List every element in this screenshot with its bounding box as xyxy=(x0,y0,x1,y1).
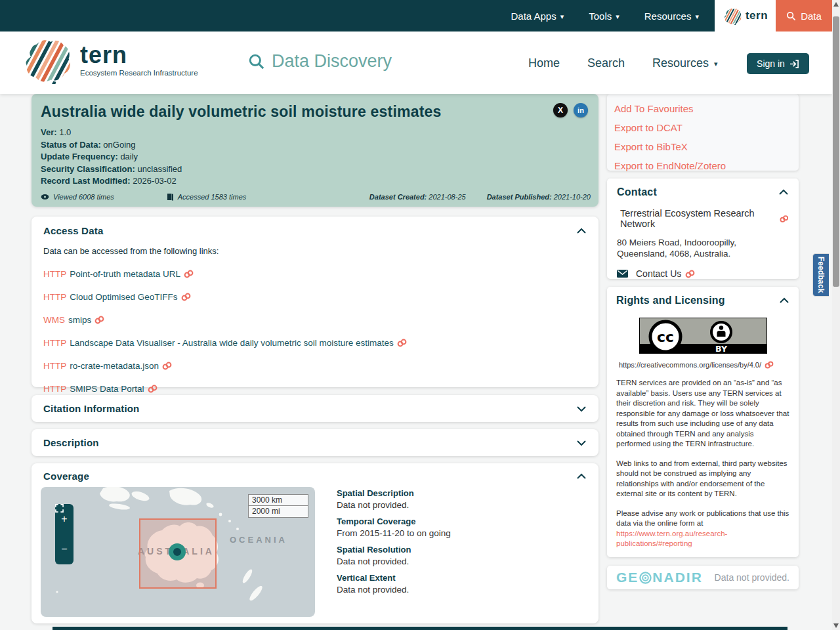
license-url-link[interactable]: https://creativecommons.org/licenses/by/… xyxy=(616,361,789,369)
accessed-count: Accessed 1583 times xyxy=(167,193,247,201)
cc-by-label: BY xyxy=(715,344,728,354)
dataset-title: Australia wide daily volumetric soil moi… xyxy=(41,103,589,121)
chevron-up-icon[interactable] xyxy=(779,297,789,304)
access-link-landscape-visualiser[interactable]: HTTP Landscape Data Visualiser - Austral… xyxy=(43,338,587,348)
fullscreen-icon[interactable] xyxy=(55,504,64,513)
rights-disclaimer-1: TERN services are provided on an “as-is”… xyxy=(616,378,789,450)
rights-section: Rights and Licensing cc BY https://creat… xyxy=(607,287,799,557)
map-marker[interactable] xyxy=(169,543,186,560)
zoom-out-button[interactable]: − xyxy=(61,544,67,555)
temporal-coverage-label: Temporal Coverage xyxy=(337,516,579,526)
chevron-down-icon[interactable] xyxy=(576,406,587,412)
search-icon xyxy=(248,53,265,70)
nav-resources[interactable]: Resources▾ xyxy=(652,56,718,70)
map-scale-control: 3000 km 2000 mi xyxy=(248,494,308,518)
map-label-oceania: OCEANIA xyxy=(230,535,287,545)
contact-org-link[interactable]: Terrestrial Ecosystem Research Network xyxy=(620,208,789,229)
temporal-coverage-value: From 2015-11-20 to on going xyxy=(337,528,579,538)
scale-mi: 2000 mi xyxy=(248,506,308,518)
rights-disclaimer-2: Web links to and from external, third pa… xyxy=(616,459,789,499)
access-link-pot-metadata[interactable]: HTTP Point-of-truth metadata URL xyxy=(43,269,587,279)
site-header: tern Ecosystem Research Infrastructure D… xyxy=(0,32,832,94)
geonadir-status: Data not provided. xyxy=(715,572,789,583)
description-section[interactable]: Description xyxy=(32,429,598,456)
chevron-up-icon[interactable] xyxy=(778,189,789,196)
geonadir-target-icon xyxy=(639,572,652,584)
tern-logo[interactable]: tern Ecosystem Research Infrastructure xyxy=(20,37,198,84)
caret-down-icon: ▾ xyxy=(695,12,699,21)
citation-title: Citation Information xyxy=(43,403,140,414)
reporting-form-link[interactable]: https://www.tern.org.au/research-publica… xyxy=(616,530,727,548)
nav-search[interactable]: Search xyxy=(587,56,625,70)
access-data-title: Access Data xyxy=(43,225,103,236)
meta-version: Ver: 1.0 xyxy=(41,127,589,139)
topnav-item-data-apps[interactable]: Data Apps▾ xyxy=(511,10,564,22)
chevron-up-icon[interactable] xyxy=(576,228,587,234)
sign-in-button[interactable]: Sign in xyxy=(747,53,809,74)
topnav-links: Data Apps▾ Tools▾ Resources▾ xyxy=(511,0,699,32)
share-linkedin-button[interactable]: in xyxy=(574,103,588,117)
tern-logo-icon xyxy=(723,7,742,25)
topnav-tern-home-tab[interactable]: tern xyxy=(715,0,776,32)
envelope-icon xyxy=(617,270,628,278)
geonadir-logo: GE NADIR xyxy=(616,570,703,585)
topnav-data-button[interactable]: Data xyxy=(776,0,832,32)
dataset-dates: Dataset Created: 2021-08-25 Dataset Publ… xyxy=(369,193,591,201)
tern-wordmark: tern Ecosystem Research Infrastructure xyxy=(80,44,198,77)
scrollbar-up-arrow[interactable] xyxy=(833,2,839,7)
contact-us-link[interactable]: Contact Us xyxy=(617,268,789,279)
cc-by-license-badge[interactable]: cc BY xyxy=(639,318,767,354)
access-link-wms-smips[interactable]: WMS smips xyxy=(43,315,587,325)
export-dcat-link[interactable]: Export to DCAT xyxy=(607,118,799,137)
topnav-tern-wordmark: tern xyxy=(746,9,768,22)
meta-status: Status of Data: onGoing xyxy=(41,139,589,152)
chevron-up-icon[interactable] xyxy=(576,473,587,480)
dataset-created: Dataset Created: 2021-08-25 xyxy=(369,193,466,201)
link-icon xyxy=(162,362,172,370)
meta-update-frequency: Update Frequency: daily xyxy=(41,151,589,163)
zoom-in-button[interactable]: + xyxy=(61,514,67,524)
access-link-ro-crate[interactable]: HTTP ro-crate-metadata.json xyxy=(43,361,587,371)
meta-last-modified: Record Last Modified: 2026-03-02 xyxy=(41,175,589,188)
link-icon xyxy=(181,293,191,301)
topnav-item-resources[interactable]: Resources▾ xyxy=(644,10,699,22)
scrollbar-thumb[interactable] xyxy=(833,16,839,287)
contact-section: Contact Terrestrial Ecosystem Research N… xyxy=(607,178,799,279)
export-bibtex-link[interactable]: Export to BibTeX xyxy=(607,137,799,156)
svg-text:cc: cc xyxy=(656,329,673,345)
header-nav: Home Search Resources▾ xyxy=(528,56,718,70)
meta-security: Security Classification: unclassified xyxy=(41,163,589,176)
add-to-favourites-link[interactable]: Add To Favourites xyxy=(607,99,799,118)
link-icon xyxy=(397,339,407,347)
feedback-tab[interactable]: Feedback xyxy=(812,253,829,297)
spatial-resolution-label: Spatial Resolution xyxy=(337,545,579,555)
access-link-geotiffs[interactable]: HTTP Cloud Optimised GeoTIFFs xyxy=(43,292,587,302)
caret-down-icon: ▾ xyxy=(714,60,718,68)
nav-home[interactable]: Home xyxy=(528,56,560,70)
eye-icon xyxy=(41,194,49,200)
export-endnote-link[interactable]: Export to EndNote/Zotero xyxy=(607,156,799,175)
map-zoom-control: + − xyxy=(55,504,74,564)
link-icon xyxy=(780,215,789,223)
data-discovery-title: Data Discovery xyxy=(248,51,392,72)
share-x-button[interactable]: X xyxy=(553,103,568,117)
access-link-smips-portal[interactable]: HTTP SMIPS Data Portal xyxy=(43,384,587,394)
scrollbar[interactable] xyxy=(832,0,840,630)
access-intro: Data can be accessed from the following … xyxy=(43,246,587,256)
top-navbar: Data Apps▾ Tools▾ Resources▾ tern Data xyxy=(0,0,832,32)
spatial-description-label: Spatial Description xyxy=(337,488,579,498)
link-icon xyxy=(184,270,194,278)
citation-section[interactable]: Citation Information xyxy=(32,395,598,422)
link-icon xyxy=(685,270,695,278)
coverage-fields: Spatial Description Data not provided. T… xyxy=(337,488,579,595)
tern-australia-logo-icon xyxy=(20,37,74,84)
vertical-extent-value: Data not provided. xyxy=(337,585,579,595)
scrollbar-down-arrow[interactable] xyxy=(833,623,839,628)
viewed-count: Viewed 6008 times xyxy=(41,193,114,201)
dataset-header-card: Australia wide daily volumetric soil moi… xyxy=(32,94,598,207)
topnav-item-tools[interactable]: Tools▾ xyxy=(589,10,620,22)
link-icon xyxy=(765,361,774,369)
dataset-stats: Viewed 6008 times Accessed 1583 times Da… xyxy=(41,193,591,201)
coverage-map[interactable]: AUSTRALIA OCEANIA + − 3000 km 2000 mi xyxy=(41,487,315,617)
chevron-down-icon[interactable] xyxy=(576,440,587,446)
